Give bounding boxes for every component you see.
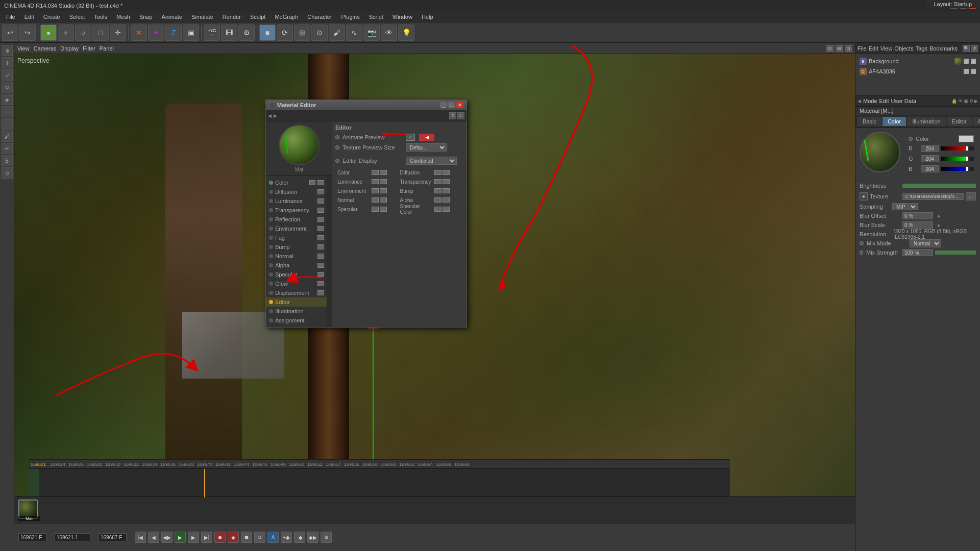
b-input[interactable]: [921, 165, 939, 172]
attr-mode-menu[interactable]: Mode: [863, 98, 877, 104]
obj-file-menu[interactable]: File: [857, 45, 867, 52]
ch-normal[interactable]: Normal: [266, 252, 327, 261]
menu-select[interactable]: Select: [65, 13, 89, 21]
tool-square[interactable]: ▣: [183, 24, 199, 41]
menu-simulate[interactable]: Simulate: [187, 13, 217, 21]
create-mograph[interactable]: ⊙: [311, 24, 328, 41]
ch-reflection[interactable]: Reflection: [266, 215, 327, 224]
render-settings[interactable]: ⚙: [238, 24, 255, 41]
objects-row-camera[interactable]: C AF4A3036: [857, 66, 978, 77]
g-input[interactable]: [921, 155, 939, 162]
ch-illumination[interactable]: Illumination: [266, 307, 327, 316]
step-back-button[interactable]: ◀: [148, 532, 159, 543]
vp-grid[interactable]: ⊞: [836, 45, 843, 52]
create-bend[interactable]: ⟳: [277, 24, 293, 41]
blur-scale-spinner-up[interactable]: ▲: [935, 221, 942, 229]
new-scene-button[interactable]: +: [58, 24, 74, 41]
vp-panel[interactable]: Panel: [100, 45, 114, 52]
tool-rotate[interactable]: ↻: [2, 82, 13, 93]
menu-file[interactable]: File: [2, 13, 19, 21]
create-stereo[interactable]: 👁: [381, 24, 397, 41]
tool-z[interactable]: Z: [165, 24, 182, 41]
attr-settings-icon[interactable]: ⚙: [969, 98, 973, 104]
ch-editor[interactable]: Editor: [266, 297, 327, 307]
objects-row-background[interactable]: B Background ● ●: [857, 56, 978, 66]
attr-nav-right[interactable]: ▶: [974, 98, 978, 104]
cam-vis2-icon[interactable]: [971, 69, 976, 74]
ch-luminance[interactable]: Luminance: [266, 196, 327, 206]
mix-mode-select[interactable]: Normal Multiply Screen: [910, 239, 941, 247]
create-array[interactable]: ⊞: [294, 24, 310, 41]
create-cube[interactable]: ■: [259, 24, 276, 41]
animate-preview-checkbox[interactable]: ✓: [406, 134, 415, 141]
menu-script[interactable]: Script: [365, 13, 387, 21]
obj-view-menu[interactable]: View: [880, 45, 893, 52]
mat-editor-min-btn[interactable]: _: [440, 102, 447, 108]
goto-start-button[interactable]: |◀: [135, 532, 146, 543]
ch-glow[interactable]: Glow: [266, 279, 327, 288]
mix-strength-input[interactable]: [902, 249, 933, 256]
ch-diffusion[interactable]: Diffusion: [266, 187, 327, 196]
ch-transparency[interactable]: Transparency: [266, 206, 327, 215]
create-light[interactable]: 💡: [398, 24, 414, 41]
play-reverse-button[interactable]: ◀▶: [161, 532, 173, 543]
tool-x[interactable]: ✕: [131, 24, 147, 41]
texture-preview-select[interactable]: Defau... 64 128 256 512: [406, 143, 447, 152]
texture-toggle[interactable]: ●: [860, 192, 868, 201]
ch-displacement[interactable]: Displacement: [266, 288, 327, 297]
ch-bump[interactable]: Bump: [266, 242, 327, 252]
key-sel-button[interactable]: ◆▶: [307, 532, 318, 543]
r-input[interactable]: [921, 145, 939, 152]
create-paint[interactable]: 🖌: [329, 24, 345, 41]
tool-select[interactable]: ⊕: [2, 45, 13, 56]
attr-edit-menu[interactable]: Edit: [879, 98, 889, 104]
undo-button[interactable]: ↩: [2, 24, 18, 41]
frame-start-input[interactable]: [18, 533, 46, 541]
tool-circle[interactable]: ○: [75, 24, 91, 41]
mat-editor-max-btn[interactable]: □: [448, 102, 455, 108]
g-slider-thumb[interactable]: [966, 157, 969, 161]
menu-plugins[interactable]: Plugins: [337, 13, 364, 21]
tab-assign[interactable]: Assign: [973, 117, 980, 126]
mat-ed-ctrl2[interactable]: □: [457, 112, 464, 119]
tool-plus[interactable]: ✛: [110, 24, 126, 41]
redo-button[interactable]: ↪: [19, 24, 36, 41]
obj-bookmarks-menu[interactable]: Bookmarks: [929, 45, 958, 52]
stop-button[interactable]: ⏹: [241, 532, 252, 543]
vp-display[interactable]: Display: [60, 45, 79, 52]
ch-environment[interactable]: Environment: [266, 224, 327, 233]
menu-create[interactable]: Create: [39, 13, 64, 21]
tool-move[interactable]: ✛: [2, 57, 13, 68]
ch-specular[interactable]: Specular: [266, 270, 327, 279]
record-button[interactable]: ⏺: [214, 532, 226, 543]
new-object-button[interactable]: ●: [40, 24, 57, 41]
keyframe-button[interactable]: ◆: [228, 532, 239, 543]
attr-userdata-menu[interactable]: User Data: [891, 98, 917, 104]
g-slider[interactable]: [941, 157, 974, 161]
mat-ed-ctrl1[interactable]: ⚙: [449, 112, 456, 119]
mat-editor-close-btn[interactable]: ✕: [456, 102, 463, 108]
texture-browse-button[interactable]: ...: [966, 192, 976, 201]
menu-animate[interactable]: Animate: [158, 13, 186, 21]
menu-help[interactable]: Help: [418, 13, 437, 21]
brightness-slider[interactable]: [902, 184, 976, 188]
obj-vis2-icon[interactable]: ●: [971, 59, 976, 64]
obj-tags-menu[interactable]: Tags: [916, 45, 927, 52]
r-slider-thumb[interactable]: [966, 146, 969, 151]
current-frame-input[interactable]: [55, 533, 90, 541]
add-key-button[interactable]: +◆: [281, 532, 292, 543]
ch-assignment[interactable]: Assignment: [266, 316, 327, 325]
tab-color[interactable]: Color: [883, 117, 906, 126]
mat-ed-nav-right[interactable]: ▶: [274, 113, 277, 118]
menu-snap[interactable]: Snap: [135, 13, 157, 21]
vp-safe-frame[interactable]: ⊡: [826, 45, 834, 52]
b-slider-thumb[interactable]: [966, 167, 969, 171]
create-camera[interactable]: 📷: [363, 24, 380, 41]
menu-mograph[interactable]: MoGraph: [271, 13, 302, 21]
menu-window[interactable]: Window: [388, 13, 416, 21]
attr-nav-left[interactable]: ◀: [857, 98, 861, 104]
menu-sculpt[interactable]: Sculpt: [246, 13, 270, 21]
menu-render[interactable]: Render: [218, 13, 245, 21]
refresh-objects-button[interactable]: ↺: [971, 45, 978, 52]
obj-objects-menu[interactable]: Objects: [894, 45, 913, 52]
